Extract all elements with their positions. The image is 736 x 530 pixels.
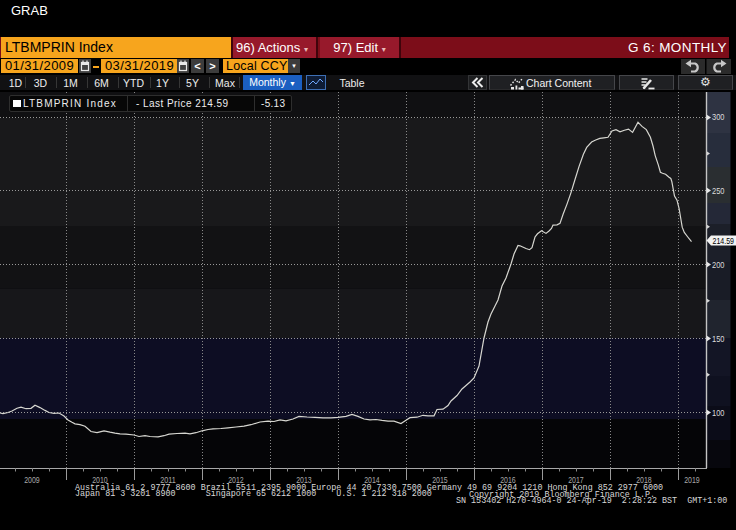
svg-text:250: 250 xyxy=(712,185,725,196)
svg-text:100: 100 xyxy=(712,407,725,418)
svg-text:2009: 2009 xyxy=(24,475,40,485)
svg-text:214.59: 214.59 xyxy=(713,236,735,246)
svg-text:200: 200 xyxy=(712,259,725,270)
svg-text:150: 150 xyxy=(712,333,725,344)
svg-text:300: 300 xyxy=(712,111,725,122)
svg-text:2019: 2019 xyxy=(684,475,700,485)
